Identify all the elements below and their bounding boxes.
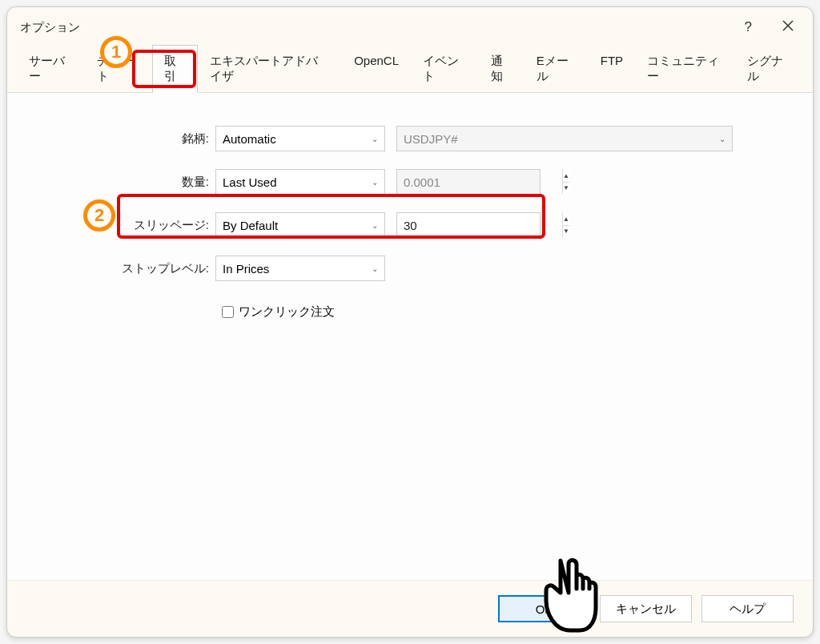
tab-server[interactable]: サーバー	[17, 45, 85, 93]
tab-expert[interactable]: エキスパートアドバイザ	[198, 45, 342, 93]
stoplevel-mode-value: In Prices	[223, 262, 269, 276]
input-focus-underline	[399, 235, 522, 237]
volume-spinner[interactable]: ▲ ▼	[396, 169, 541, 195]
annotation-callout-2: 2	[83, 199, 115, 231]
volume-input[interactable]	[397, 172, 562, 192]
help-icon[interactable]: ?	[738, 16, 758, 38]
stoplevel-label: ストップレベル:	[23, 261, 215, 276]
slippage-spinner[interactable]: ▲ ▼	[396, 212, 541, 238]
spinner-down-icon[interactable]: ▼	[563, 183, 569, 195]
dialog-title: オプション	[20, 20, 80, 35]
chevron-down-icon: ⌄	[719, 135, 726, 143]
slippage-label: スリッページ:	[23, 218, 215, 233]
slippage-input[interactable]	[397, 215, 562, 235]
volume-mode-value: Last Used	[223, 175, 277, 189]
tab-community[interactable]: コミュニティー	[635, 45, 735, 93]
row-stoplevel: ストップレベル: In Prices ⌄	[23, 255, 797, 282]
slippage-mode-value: By Default	[223, 219, 278, 232]
slippage-mode-dropdown[interactable]: By Default ⌄	[215, 212, 385, 238]
tab-ftp[interactable]: FTP	[589, 45, 635, 93]
options-dialog: オプション ? サーバー チャート 取引 エキスパートアドバイザ OpenCL …	[6, 6, 814, 638]
chevron-down-icon: ⌄	[372, 221, 378, 230]
cursor-hand-icon	[530, 557, 602, 639]
symbol-label: 銘柄:	[23, 131, 215, 147]
help-button[interactable]: ヘルプ	[701, 595, 794, 622]
tab-notification[interactable]: 通知	[479, 45, 525, 93]
annotation-callout-1: 1	[100, 36, 132, 68]
titlebar-controls: ?	[738, 16, 800, 38]
oneclick-label[interactable]: ワンクリック注文	[239, 304, 335, 320]
row-symbol: 銘柄: Automatic ⌄ USDJPY# ⌄	[23, 125, 797, 152]
tab-signal[interactable]: シグナル	[735, 45, 803, 93]
spinner-buttons: ▲ ▼	[562, 213, 569, 237]
chevron-down-icon: ⌄	[372, 178, 378, 187]
titlebar: オプション ?	[7, 7, 813, 44]
tab-event[interactable]: イベント	[411, 45, 479, 93]
tab-opencl[interactable]: OpenCL	[342, 45, 411, 93]
volume-mode-dropdown[interactable]: Last Used ⌄	[215, 169, 385, 195]
oneclick-checkbox[interactable]	[222, 306, 234, 318]
row-oneclick: ワンクリック注文	[222, 304, 797, 320]
symbol-mode-value: Automatic	[223, 132, 276, 146]
spinner-buttons: ▲ ▼	[562, 170, 569, 194]
symbol-mode-dropdown[interactable]: Automatic ⌄	[215, 126, 385, 151]
symbol-value-dropdown[interactable]: USDJPY# ⌄	[396, 126, 733, 151]
symbol-value: USDJPY#	[404, 132, 458, 146]
row-slippage: スリッページ: By Default ⌄ ▲ ▼	[23, 211, 797, 239]
volume-label: 数量:	[23, 175, 215, 190]
tab-trade[interactable]: 取引	[152, 45, 198, 93]
spinner-up-icon[interactable]: ▲	[563, 170, 569, 183]
chevron-down-icon: ⌄	[372, 135, 378, 143]
content-area: 銘柄: Automatic ⌄ USDJPY# ⌄ 数量: Last Used …	[7, 93, 813, 580]
row-volume: 数量: Last Used ⌄ ▲ ▼	[23, 168, 797, 195]
stoplevel-mode-dropdown[interactable]: In Prices ⌄	[215, 256, 385, 281]
spinner-down-icon[interactable]: ▼	[563, 226, 569, 238]
tab-email[interactable]: Eメール	[525, 45, 589, 93]
chevron-down-icon: ⌄	[372, 264, 378, 273]
footer: OK キャンセル ヘルプ	[7, 580, 813, 637]
cancel-button[interactable]: キャンセル	[600, 595, 692, 622]
spinner-up-icon[interactable]: ▲	[563, 213, 569, 226]
close-icon[interactable]	[776, 16, 800, 38]
